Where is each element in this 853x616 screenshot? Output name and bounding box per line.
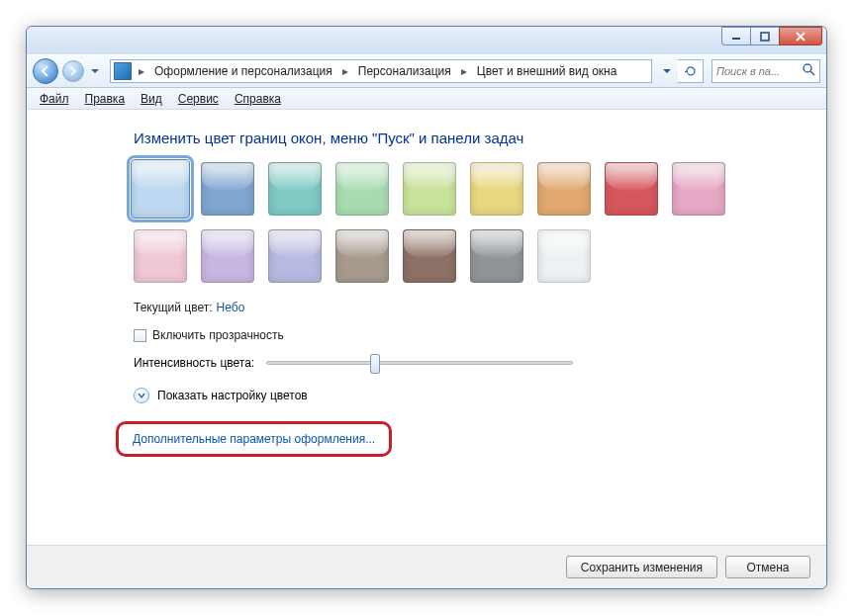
breadcrumb-separator[interactable]: ▸: [457, 60, 471, 82]
show-mixer-toggle[interactable]: Показать настройку цветов: [134, 388, 806, 403]
search-icon[interactable]: [803, 63, 815, 79]
color-swatch-grid: [134, 162, 727, 283]
svg-rect-1: [761, 33, 769, 41]
show-mixer-label: Показать настройку цветов: [157, 389, 308, 402]
intensity-row: Интенсивность цвета:: [134, 356, 806, 370]
current-color-label: Текущий цвет:: [134, 301, 213, 314]
color-swatch-lavender[interactable]: [268, 229, 322, 283]
current-color-row: Текущий цвет: Небо: [134, 301, 806, 314]
history-dropdown[interactable]: [88, 60, 102, 82]
breadcrumb: ▸ Оформление и персонализация ▸ Персонал…: [135, 60, 622, 82]
menu-view[interactable]: Вид: [134, 90, 169, 108]
expand-button[interactable]: [134, 388, 149, 403]
forward-button[interactable]: [62, 60, 84, 82]
breadcrumb-separator[interactable]: ▸: [135, 60, 148, 82]
transparency-checkbox[interactable]: [134, 329, 146, 342]
search-input[interactable]: [716, 65, 796, 77]
chevron-down-icon: [91, 69, 99, 74]
color-swatch-blush[interactable]: [134, 229, 187, 283]
minimize-button[interactable]: [721, 27, 751, 45]
menu-bar: Файл Правка Вид Сервис Справка: [27, 88, 826, 110]
maximize-button[interactable]: [750, 27, 780, 45]
color-swatch-sun[interactable]: [470, 162, 523, 216]
save-button[interactable]: Сохранить изменения: [566, 556, 717, 578]
menu-edit[interactable]: Правка: [78, 90, 133, 108]
color-swatch-frost[interactable]: [537, 229, 591, 283]
color-swatch-sea[interactable]: [268, 162, 322, 216]
refresh-icon: [684, 64, 698, 78]
back-arrow-icon: [40, 65, 51, 77]
close-icon: [796, 32, 806, 42]
color-swatch-violet[interactable]: [201, 229, 254, 283]
advanced-appearance-link[interactable]: Дополнительные параметры оформления...: [133, 432, 375, 446]
highlight-annotation: Дополнительные параметры оформления...: [116, 421, 392, 457]
color-swatch-Небо[interactable]: [131, 159, 190, 219]
color-swatch-pumpkin[interactable]: [537, 162, 591, 216]
forward-arrow-icon: [68, 66, 78, 76]
titlebar[interactable]: [27, 27, 826, 54]
cancel-button[interactable]: Отмена: [725, 556, 810, 578]
page-title: Изменить цвет границ окон, меню "Пуск" и…: [134, 130, 806, 146]
breadcrumb-item[interactable]: Персонализация: [352, 60, 457, 82]
minimize-icon: [731, 32, 741, 42]
color-swatch-chocolate[interactable]: [403, 229, 456, 283]
chevron-down-icon: [138, 392, 145, 399]
color-swatch-twilight[interactable]: [201, 162, 254, 216]
color-swatch-ruby[interactable]: [605, 162, 658, 216]
window-controls: [722, 27, 822, 45]
chevron-down-icon: [663, 69, 671, 74]
slider-thumb[interactable]: [370, 354, 380, 374]
content-area: Изменить цвет границ окон, меню "Пуск" и…: [27, 112, 826, 545]
window-frame: ▸ Оформление и персонализация ▸ Персонал…: [26, 26, 827, 589]
menu-file[interactable]: Файл: [33, 90, 76, 108]
maximize-icon: [760, 32, 770, 42]
intensity-label: Интенсивность цвета:: [134, 356, 254, 370]
navigation-bar: ▸ Оформление и персонализация ▸ Персонал…: [27, 54, 826, 88]
current-color-value: Небо: [217, 301, 245, 314]
color-swatch-lime[interactable]: [403, 162, 456, 216]
svg-point-2: [804, 64, 811, 72]
color-swatch-taupe[interactable]: [335, 229, 389, 283]
close-button[interactable]: [779, 27, 822, 45]
breadcrumb-item[interactable]: Оформление и персонализация: [148, 60, 338, 82]
refresh-button[interactable]: [678, 59, 704, 83]
search-box[interactable]: [711, 59, 820, 83]
menu-help[interactable]: Справка: [228, 90, 288, 108]
transparency-label: Включить прозрачность: [152, 328, 284, 342]
color-swatch-fuchsia[interactable]: [672, 162, 725, 216]
address-bar[interactable]: ▸ Оформление и персонализация ▸ Персонал…: [110, 59, 652, 83]
intensity-slider[interactable]: [266, 361, 573, 365]
control-panel-icon: [114, 62, 132, 80]
transparency-row[interactable]: Включить прозрачность: [134, 328, 806, 342]
footer-bar: Сохранить изменения Отмена: [27, 545, 826, 588]
breadcrumb-separator[interactable]: ▸: [338, 60, 352, 82]
svg-rect-0: [732, 38, 740, 40]
back-button[interactable]: [33, 58, 58, 84]
address-dropdown[interactable]: [660, 60, 674, 82]
menu-tools[interactable]: Сервис: [171, 90, 226, 108]
color-swatch-slate[interactable]: [470, 229, 523, 283]
color-swatch-leaf[interactable]: [335, 162, 389, 216]
breadcrumb-item[interactable]: Цвет и внешний вид окна: [471, 60, 623, 82]
